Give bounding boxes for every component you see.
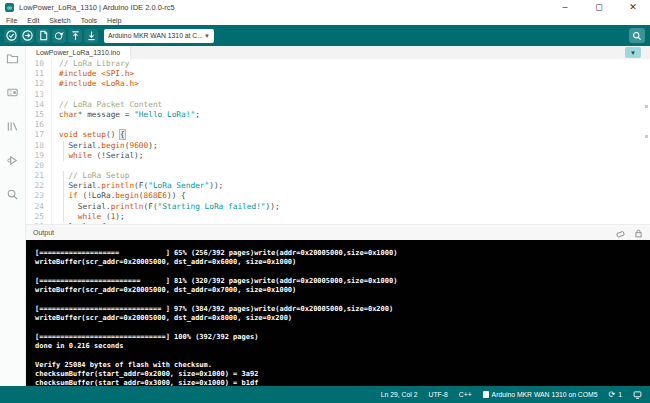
code-line[interactable]: 18 Serial.begin(9600); xyxy=(26,141,650,151)
folder-icon xyxy=(6,52,19,65)
line-number: 10 xyxy=(26,59,52,69)
notifications-button[interactable] xyxy=(633,390,642,399)
code-line[interactable]: 13 xyxy=(26,90,650,100)
document-icon xyxy=(38,30,49,41)
scroll-mark xyxy=(645,105,648,108)
code-text: Serial.println(F("Starting LoRa failed!"… xyxy=(52,202,280,212)
output-panel-header: Output xyxy=(26,224,650,240)
code-lines: 10// LoRa Library11#include <SPI.h>12#in… xyxy=(26,59,650,224)
arduino-logo-icon: ∞ xyxy=(5,3,14,12)
board-selector-dropdown[interactable]: Arduino MKR WAN 1310 at C... ▼ xyxy=(104,29,214,43)
tab-sketch-file[interactable]: LowPower_LoRa_1310.ino xyxy=(26,46,131,59)
menu-tools[interactable]: Tools xyxy=(81,17,97,24)
code-line[interactable]: 17void setup() { xyxy=(26,130,650,140)
line-number: 25 xyxy=(26,212,52,222)
code-text: if (!LoRa.begin(868E6)) { xyxy=(52,191,186,201)
language-indicator[interactable]: C++ xyxy=(459,391,472,398)
arrow-down-line-icon xyxy=(86,30,97,41)
debug-button[interactable] xyxy=(52,29,66,43)
serial-monitor-button[interactable] xyxy=(629,28,645,43)
code-text: while (1); xyxy=(52,212,125,222)
code-line[interactable]: 22 Serial.println(F("LoRa Sender")); xyxy=(26,181,650,191)
scroll-lock-button[interactable] xyxy=(634,224,643,242)
sync-icon: ⟳ xyxy=(609,391,616,399)
line-number: 24 xyxy=(26,202,52,212)
code-line[interactable]: 14// LoRa Packet Content xyxy=(26,100,650,110)
code-editor[interactable]: 10// LoRa Library11#include <SPI.h>12#in… xyxy=(26,59,650,224)
line-number: 14 xyxy=(26,100,52,110)
menubar-items: FileEditSketchToolsHelp xyxy=(0,15,650,25)
cursor-position[interactable]: Ln 29, Col 2 xyxy=(381,391,418,398)
code-text: while (!Serial); xyxy=(52,151,144,161)
code-text: Serial.begin(9600); xyxy=(52,141,158,151)
notifications-bell-icon xyxy=(633,390,642,399)
arrow-right-circle-icon xyxy=(22,30,33,41)
code-line[interactable]: 10// LoRa Library xyxy=(26,59,650,69)
code-text: #include <LoRa.h> xyxy=(52,79,139,89)
code-text: // LoRa Packet Content xyxy=(52,100,162,110)
code-text: void setup() { xyxy=(52,130,125,140)
line-number: 11 xyxy=(26,69,52,79)
code-line[interactable]: 24 Serial.println(F("Starting LoRa faile… xyxy=(26,202,650,212)
lock-icon xyxy=(634,229,643,238)
line-number: 22 xyxy=(26,181,52,191)
minimize-button[interactable]: – xyxy=(548,0,582,15)
code-line[interactable]: 20 xyxy=(26,161,650,171)
scroll-mark xyxy=(645,135,648,138)
sidebar-item-boards-manager[interactable] xyxy=(6,85,20,99)
code-line[interactable]: 16 xyxy=(26,120,650,130)
arduino-ide-window: ∞ LowPower_LoRa_1310 | Arduino IDE 2.0.0… xyxy=(0,0,650,403)
code-line[interactable]: 19 while (!Serial); xyxy=(26,151,650,161)
tab-options-dropdown[interactable]: ▼ xyxy=(625,47,641,58)
window-controls: – ◻ ✕ xyxy=(548,0,650,15)
clear-output-button[interactable] xyxy=(616,224,625,242)
sidebar-item-sketchbook[interactable] xyxy=(6,51,20,65)
sidebar-item-library-manager[interactable] xyxy=(6,119,20,133)
line-number: 23 xyxy=(26,191,52,201)
code-line[interactable]: 11#include <SPI.h> xyxy=(26,69,650,79)
output-terminal[interactable]: [=================== ] 65% (256/392 page… xyxy=(26,240,650,386)
editor-scrollbar[interactable] xyxy=(644,59,649,224)
code-text: // LoRa Setup xyxy=(52,171,129,181)
board-selector-label: Arduino MKR WAN 1310 at C... xyxy=(108,32,202,39)
sync-count: 1 xyxy=(618,391,622,398)
window-title: LowPower_LoRa_1310 | Arduino IDE 2.0.0-r… xyxy=(19,3,175,12)
code-text xyxy=(52,161,59,171)
line-number: 16 xyxy=(26,120,52,130)
sidebar-item-debugger[interactable] xyxy=(6,153,20,167)
menu-edit[interactable]: Edit xyxy=(27,17,39,24)
menu-help[interactable]: Help xyxy=(107,17,121,24)
code-line[interactable]: 15char* message = "Hello LoRa!"; xyxy=(26,110,650,120)
close-button[interactable]: ✕ xyxy=(616,0,650,15)
new-sketch-button[interactable] xyxy=(36,29,50,43)
menu-file[interactable]: File xyxy=(6,17,17,24)
verify-button[interactable] xyxy=(4,29,18,43)
sidebar-item-search[interactable] xyxy=(6,187,20,201)
code-line[interactable]: 23 if (!LoRa.begin(868E6)) { xyxy=(26,191,650,201)
connected-board-indicator[interactable]: Arduino MKR WAN 1310 on COM5 xyxy=(483,391,598,398)
menu-sketch[interactable]: Sketch xyxy=(49,17,70,24)
line-number: 19 xyxy=(26,151,52,161)
code-line[interactable]: 21 // LoRa Setup xyxy=(26,171,650,181)
line-number: 12 xyxy=(26,79,52,89)
code-line[interactable]: 25 while (1); xyxy=(26,212,650,222)
line-number: 17 xyxy=(26,130,52,140)
code-text: // LoRa Library xyxy=(52,59,129,69)
code-text xyxy=(52,120,59,130)
code-text: char* message = "Hello LoRa!"; xyxy=(52,110,200,120)
terminal-text: [=================== ] 65% (256/392 page… xyxy=(26,240,650,386)
upload-button[interactable] xyxy=(20,29,34,43)
board-chip-icon xyxy=(6,86,19,99)
encoding-indicator[interactable]: UTF-8 xyxy=(428,391,447,398)
board-icon xyxy=(483,391,489,398)
debug-icon xyxy=(54,30,65,41)
activity-sidebar xyxy=(0,46,26,386)
export-binary-button[interactable] xyxy=(68,29,82,43)
maximize-button[interactable]: ◻ xyxy=(582,0,616,15)
line-number: 20 xyxy=(26,161,52,171)
import-binary-button[interactable] xyxy=(84,29,98,43)
chevron-down-icon: ▼ xyxy=(204,33,210,39)
tab-label: LowPower_LoRa_1310.ino xyxy=(36,49,120,56)
sync-indicator[interactable]: ⟳ 1 xyxy=(609,391,622,399)
code-line[interactable]: 12#include <LoRa.h> xyxy=(26,79,650,89)
